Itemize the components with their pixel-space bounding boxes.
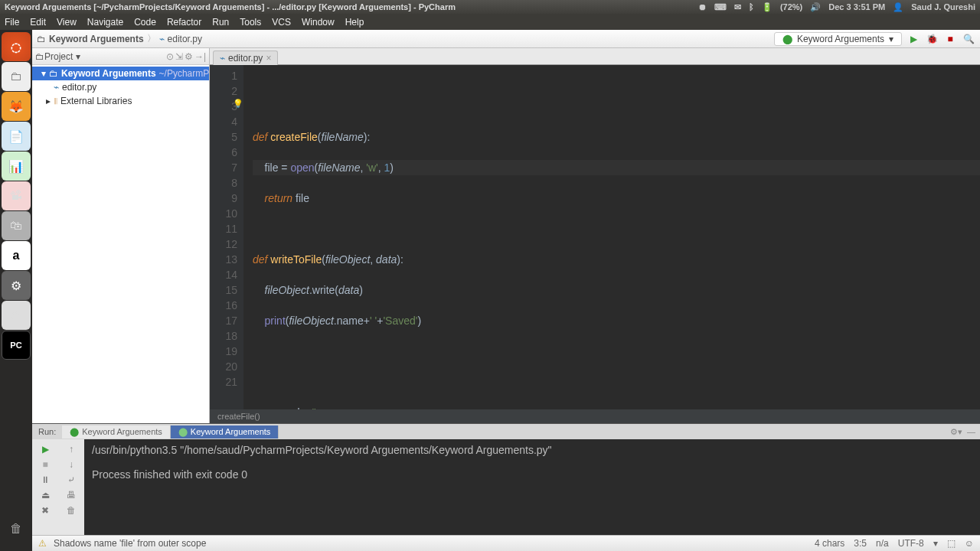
tree-file[interactable]: ⌁ editor.py	[32, 80, 209, 94]
lineno[interactable]: 11	[210, 221, 237, 236]
trash-icon[interactable]: 🗑	[67, 505, 76, 516]
code-area[interactable]: 1 2 3 4 5 6 7 8 9 10 11 12 13 14 15 16 1	[210, 65, 980, 409]
menu-run[interactable]: Run	[212, 17, 229, 28]
warning-icon[interactable]: ⚠	[38, 538, 49, 549]
down-icon[interactable]: ↓	[69, 459, 74, 470]
chevron-right-icon[interactable]: ▸	[46, 96, 51, 106]
run-config-name: Keyword Arguements	[797, 34, 884, 44]
bulb-icon[interactable]: 💡	[233, 96, 243, 111]
expand-icon[interactable]: ⇲	[175, 51, 183, 62]
lineno[interactable]: 10	[210, 206, 237, 221]
menu-tools[interactable]: Tools	[240, 17, 261, 28]
chevron-down-icon[interactable]: ▾	[76, 51, 80, 62]
amazon-icon[interactable]: a	[2, 241, 31, 270]
lineno[interactable]: 17	[210, 313, 237, 328]
gutter[interactable]: 1 2 3 4 5 6 7 8 9 10 11 12 13 14 15 16 1	[210, 65, 243, 409]
context-breadcrumb[interactable]: createFile()	[210, 409, 980, 423]
trash-icon[interactable]: 🗑	[2, 514, 31, 543]
user-icon[interactable]: 👤	[893, 2, 903, 12]
writer-icon[interactable]: 📄	[2, 122, 31, 151]
collapse-icon[interactable]: ⊙	[166, 51, 174, 62]
sound-icon[interactable]: 🔊	[810, 2, 821, 12]
print-icon[interactable]: 🖶	[67, 490, 76, 500]
menu-navigate[interactable]: Navigate	[87, 17, 123, 28]
lineno[interactable]: 19	[210, 344, 237, 359]
chevron-down-icon[interactable]: ▾	[933, 538, 938, 549]
menu-code[interactable]: Code	[134, 17, 156, 28]
menu-window[interactable]: Window	[302, 17, 335, 28]
battery-icon[interactable]: 🔋	[762, 2, 773, 12]
lock-icon[interactable]: ⬚	[947, 538, 956, 549]
lineno[interactable]: 6	[210, 145, 237, 160]
lineno[interactable]: 16	[210, 298, 237, 313]
menu-edit[interactable]: Edit	[30, 17, 46, 28]
run-toolbar-left2: ↑ ↓ ⤶ 🖶 🗑	[58, 439, 84, 535]
minimize-icon[interactable]: —	[967, 427, 975, 437]
lineno[interactable]: 1	[210, 68, 237, 83]
close-icon[interactable]: ✖	[41, 505, 49, 516]
menu-file[interactable]: File	[5, 17, 19, 28]
up-icon[interactable]: ↑	[69, 444, 74, 455]
mail-icon[interactable]: ✉	[734, 2, 741, 12]
files-icon[interactable]: 🗀	[2, 62, 31, 91]
status-enc[interactable]: UTF-8	[898, 538, 924, 549]
debug-button[interactable]: 🐞	[925, 32, 939, 46]
firefox-icon[interactable]: 🦊	[2, 92, 31, 121]
calc-icon[interactable]: 📊	[2, 152, 31, 181]
exit-button[interactable]: ⏏	[41, 490, 50, 500]
stop-button[interactable]: ■	[42, 459, 47, 470]
software-icon[interactable]: 🛍	[2, 211, 31, 240]
stop-button[interactable]: ■	[943, 32, 957, 46]
wrap-icon[interactable]: ⤶	[67, 474, 75, 485]
username[interactable]: Saud J. Qureshi	[911, 2, 975, 11]
run-config-selector[interactable]: ⬤ Keyword Arguements ▾	[774, 32, 902, 46]
impress-icon[interactable]: 📽	[2, 181, 31, 210]
run-tab-2[interactable]: ⬤Keyword Arguements	[171, 425, 279, 439]
lineno[interactable]: 15	[210, 282, 237, 298]
tree-extlib[interactable]: ▸ ⫴ External Libraries	[32, 94, 209, 108]
hector-icon[interactable]: ☺	[965, 538, 974, 549]
close-icon[interactable]: ×	[266, 53, 271, 64]
settings-icon[interactable]: ⚙	[2, 271, 31, 300]
rerun-button[interactable]: ▶	[42, 444, 49, 455]
chromium-icon[interactable]: ◉	[2, 301, 31, 330]
menu-vcs[interactable]: VCS	[272, 17, 291, 28]
lineno[interactable]: 13	[210, 252, 237, 267]
project-tree[interactable]: ▾ 🗀 Keyword Arguements ~/PycharmP ⌁ edit…	[32, 65, 209, 423]
lineno[interactable]: 9	[210, 191, 237, 206]
run-button[interactable]: ▶	[906, 32, 920, 46]
crumb-file[interactable]: editor.py	[168, 34, 202, 44]
code-text[interactable]: 💡 def createFile(fileName): file = open(…	[243, 65, 980, 409]
status-pos[interactable]: 3:5	[854, 538, 867, 549]
pause-button[interactable]: ⏸	[41, 474, 50, 485]
clock[interactable]: Dec 3 3:51 PM	[828, 2, 885, 11]
gear-icon[interactable]: ⚙	[185, 51, 193, 62]
lineno[interactable]: 4	[210, 114, 237, 129]
lineno[interactable]: 7	[210, 160, 237, 175]
hide-icon[interactable]: →|	[194, 51, 206, 62]
lineno[interactable]: 14	[210, 267, 237, 282]
menu-help[interactable]: Help	[345, 17, 364, 28]
keyboard-icon[interactable]: ⌨	[714, 2, 727, 12]
project-tool-header[interactable]: 🗀 Project ▾ ⊙ ⇲ ⚙ →|	[32, 48, 209, 65]
lineno[interactable]: 8	[210, 175, 237, 191]
lineno[interactable]: 21	[210, 374, 237, 390]
lineno[interactable]: 12	[210, 236, 237, 252]
gear-icon[interactable]: ⚙▾	[950, 427, 962, 437]
lineno[interactable]: 5	[210, 129, 237, 145]
menu-refactor[interactable]: Refactor	[167, 17, 201, 28]
run-tab-1[interactable]: ⬤Keyword Arguements	[62, 425, 171, 439]
bt-icon[interactable]: ᛒ	[749, 2, 754, 11]
lineno[interactable]: 18	[210, 328, 237, 344]
dash-icon[interactable]: ◌	[2, 32, 31, 61]
chevron-down-icon[interactable]: ▾	[41, 68, 46, 79]
menu-view[interactable]: View	[57, 17, 77, 28]
crumb-root[interactable]: Keyword Arguements	[49, 34, 144, 44]
editor-tab[interactable]: ⌁ editor.py ×	[213, 51, 278, 65]
search-button[interactable]: 🔍	[962, 32, 975, 46]
breadcrumb[interactable]: 🗀 Keyword Arguements 〉 ⌁ editor.py	[37, 32, 202, 45]
lineno[interactable]: 20	[210, 359, 237, 374]
pycharm-icon[interactable]: PC	[2, 331, 31, 360]
console-output[interactable]: /usr/bin/python3.5 "/home/saud/PycharmPr…	[84, 439, 980, 535]
tree-root[interactable]: ▾ 🗀 Keyword Arguements ~/PycharmP	[32, 67, 209, 80]
